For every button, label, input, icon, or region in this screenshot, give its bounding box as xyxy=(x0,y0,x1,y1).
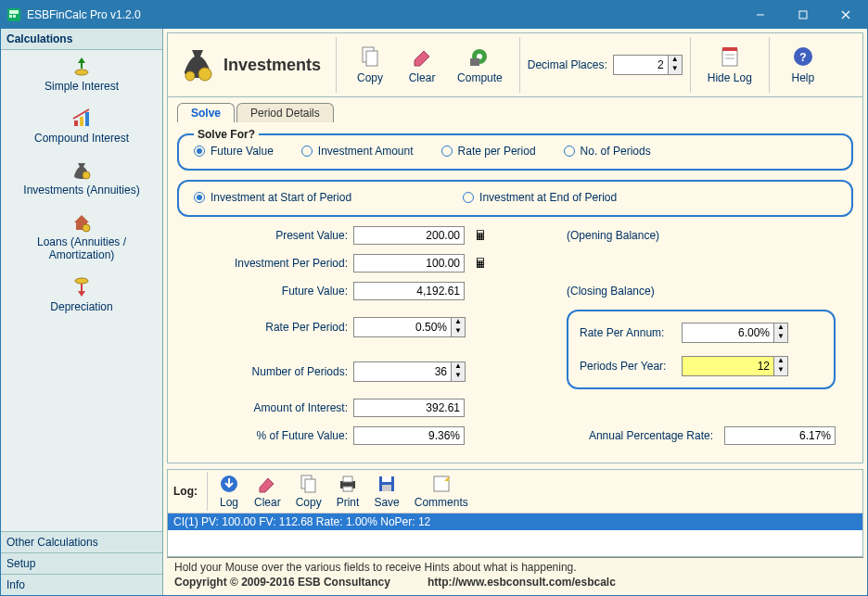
radio-future-value[interactable]: Future Value xyxy=(194,145,274,158)
future-value-input[interactable] xyxy=(353,282,465,300)
svg-point-8 xyxy=(75,70,88,75)
tab-solve[interactable]: Solve xyxy=(177,103,235,122)
money-down-icon xyxy=(5,276,159,298)
svg-rect-9 xyxy=(74,120,78,126)
investment-timing-group: Investment at Start of Period Investment… xyxy=(177,180,853,217)
future-value-label: Future Value: xyxy=(177,285,353,298)
sidebar-item-label: Depreciation xyxy=(5,300,159,313)
sidebar-item-simple-interest[interactable]: Simple Interest xyxy=(1,50,162,102)
gear-icon xyxy=(468,45,491,68)
decimal-places-input[interactable] xyxy=(613,55,669,75)
pct-future-value-label: % of Future Value: xyxy=(177,429,353,442)
button-label: Clear xyxy=(409,71,436,84)
closing-balance-hint: (Closing Balance) xyxy=(567,285,836,298)
button-label: Print xyxy=(337,496,360,509)
button-label: Copy xyxy=(296,496,322,509)
log-empty-area[interactable] xyxy=(168,530,862,556)
amount-of-interest-input[interactable] xyxy=(353,399,465,417)
maximize-button[interactable] xyxy=(782,1,824,29)
accordion-other-calculations[interactable]: Other Calculations xyxy=(1,531,162,552)
money-up-icon xyxy=(5,56,159,78)
spin-down[interactable]: ▼ xyxy=(669,65,682,74)
button-label: Save xyxy=(374,496,399,509)
svg-rect-3 xyxy=(13,15,16,18)
log-copy-button[interactable]: Copy xyxy=(288,472,329,511)
radio-no-of-periods[interactable]: No. of Periods xyxy=(564,145,651,158)
tab-period-details[interactable]: Period Details xyxy=(236,103,334,122)
radio-label: Investment at End of Period xyxy=(479,191,617,204)
hide-log-button[interactable]: Hide Log xyxy=(698,44,761,86)
close-button[interactable] xyxy=(824,1,867,29)
pct-future-value-input[interactable] xyxy=(353,426,465,445)
accordion-setup[interactable]: Setup xyxy=(1,552,162,574)
solve-for-legend: Solve For? xyxy=(194,128,259,141)
calculator-icon[interactable]: 🖩 xyxy=(474,228,511,243)
compute-button[interactable]: Compute xyxy=(448,44,512,86)
sidebar-item-loans[interactable]: Loans (Annuities / Amortization) xyxy=(1,206,162,271)
log-button[interactable]: Log xyxy=(211,472,247,511)
radio-rate-per-period[interactable]: Rate per Period xyxy=(441,145,536,158)
svg-rect-1 xyxy=(9,10,19,14)
svg-rect-5 xyxy=(799,11,807,19)
investment-per-period-label: Investment Per Period: xyxy=(177,257,353,270)
svg-rect-21 xyxy=(470,58,479,66)
eraser-icon xyxy=(257,474,277,494)
help-button[interactable]: ? Help xyxy=(777,44,829,86)
growth-chart-icon xyxy=(5,108,159,130)
rate-per-period-input[interactable] xyxy=(353,317,452,337)
copy-button[interactable]: Copy xyxy=(344,44,396,86)
log-clear-button[interactable]: Clear xyxy=(247,472,288,511)
number-of-periods-input[interactable] xyxy=(353,361,452,382)
periods-per-year-input[interactable] xyxy=(682,356,774,376)
radio-end-of-period[interactable]: Investment at End of Period xyxy=(463,191,617,204)
app-window: ESBFinCalc Pro v1.2.0 Calculations Simpl… xyxy=(0,0,868,596)
spin-down[interactable]: ▼ xyxy=(774,333,787,342)
spin-down[interactable]: ▼ xyxy=(452,327,465,336)
svg-rect-18 xyxy=(366,51,377,66)
calculator-icon[interactable]: 🖩 xyxy=(474,256,511,271)
radio-investment-amount[interactable]: Investment Amount xyxy=(301,145,414,158)
button-label: Clear xyxy=(254,496,281,509)
minimize-button[interactable] xyxy=(739,1,782,29)
accordion-info[interactable]: Info xyxy=(1,574,162,595)
annum-panel: Rate Per Annum: ▲▼ Periods Per Year: ▲▼ xyxy=(567,310,836,389)
radio-start-of-period[interactable]: Investment at Start of Period xyxy=(194,191,351,204)
solve-for-group: Solve For? Future Value Investment Amoun… xyxy=(177,128,853,171)
button-label: Copy xyxy=(357,71,383,84)
log-entry[interactable]: CI(1) PV: 100.00 FV: 112.68 Rate: 1.00% … xyxy=(168,514,862,530)
present-value-input[interactable] xyxy=(353,226,465,245)
svg-point-16 xyxy=(185,71,195,81)
log-comments-button[interactable]: Comments xyxy=(407,472,476,511)
titlebar: ESBFinCalc Pro v1.2.0 xyxy=(1,1,867,29)
svg-point-12 xyxy=(83,171,90,179)
apr-input[interactable] xyxy=(724,426,836,445)
svg-rect-2 xyxy=(9,15,12,18)
svg-rect-22 xyxy=(722,49,737,66)
investment-per-period-input[interactable] xyxy=(353,254,465,273)
svg-point-15 xyxy=(198,68,211,81)
radio-label: Future Value xyxy=(211,145,274,158)
log-save-button[interactable]: Save xyxy=(366,472,406,511)
svg-rect-32 xyxy=(343,476,352,482)
status-hint: Hold your Mouse over the various fields … xyxy=(174,561,856,574)
periods-per-year-label: Periods Per Year: xyxy=(580,360,682,373)
clear-button[interactable]: Clear xyxy=(396,44,448,86)
number-of-periods-label: Number of Periods: xyxy=(177,365,353,378)
radio-label: No. of Periods xyxy=(581,145,651,158)
log-print-button[interactable]: Print xyxy=(329,472,367,511)
button-label: Log xyxy=(220,496,238,509)
sidebar-item-compound-interest[interactable]: Compound Interest xyxy=(1,102,162,154)
sidebar-item-investments[interactable]: Investments (Annuities) xyxy=(1,154,162,206)
page-title: Investments xyxy=(223,56,321,75)
spin-down[interactable]: ▼ xyxy=(452,372,465,381)
svg-point-13 xyxy=(83,224,90,232)
rate-per-period-label: Rate Per Period: xyxy=(177,321,353,334)
sidebar-item-depreciation[interactable]: Depreciation xyxy=(1,271,162,323)
investments-icon xyxy=(179,46,216,83)
rate-per-annum-input[interactable] xyxy=(682,323,774,343)
statusbar: Hold your Mouse over the various fields … xyxy=(167,557,863,591)
spin-down[interactable]: ▼ xyxy=(774,366,787,375)
comment-icon xyxy=(431,474,452,494)
notepad-icon xyxy=(719,45,741,68)
svg-text:?: ? xyxy=(799,51,806,64)
